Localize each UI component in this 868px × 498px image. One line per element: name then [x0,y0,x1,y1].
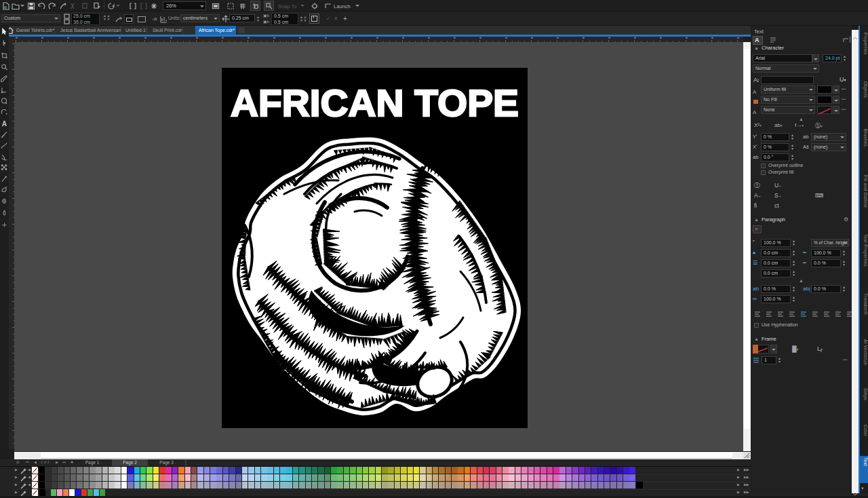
svg-text:A: A [753,109,757,115]
svg-text:A: A [753,89,757,95]
svg-text:AFRICAN TOPE: AFRICAN TOPE [231,81,519,124]
svg-text:A: A [2,120,7,128]
